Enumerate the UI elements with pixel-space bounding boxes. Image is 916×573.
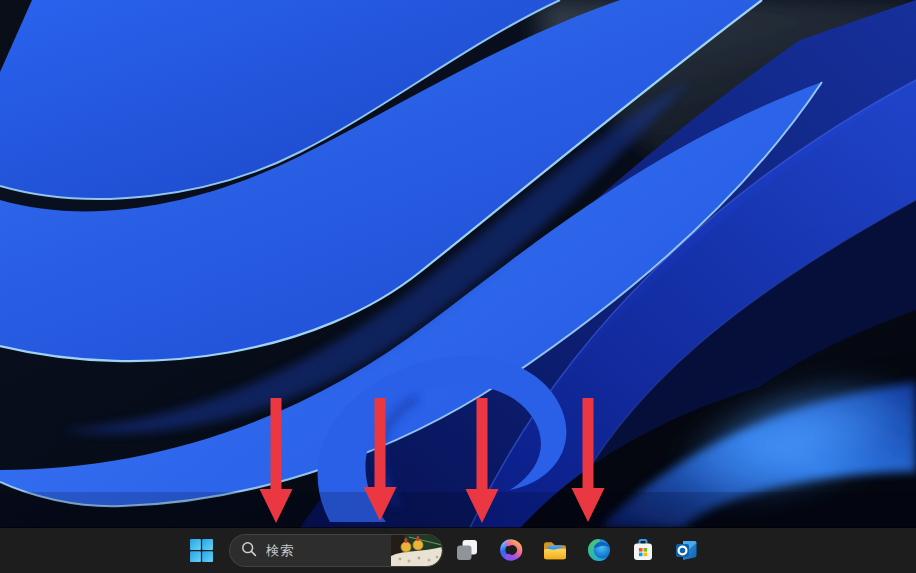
windows-start-icon (189, 538, 214, 563)
store-button[interactable] (623, 530, 663, 570)
file-explorer-button[interactable] (535, 530, 575, 570)
edge-button[interactable] (579, 530, 619, 570)
search-highlights-image[interactable] (391, 534, 442, 567)
edge-icon (586, 537, 612, 563)
store-icon (630, 537, 656, 563)
outlook-button[interactable] (667, 530, 707, 570)
outlook-icon (674, 537, 700, 563)
desktop-wallpaper (0, 0, 916, 528)
search-icon (241, 541, 257, 561)
desktop-screen: 検索 (0, 0, 916, 573)
search-box[interactable]: 検索 (229, 534, 443, 567)
task-view-button[interactable] (447, 530, 487, 570)
copilot-button[interactable] (491, 530, 531, 570)
taskbar: 検索 (0, 528, 916, 573)
file-explorer-icon (542, 537, 568, 563)
search-placeholder: 検索 (266, 542, 391, 560)
task-view-icon (454, 537, 480, 563)
copilot-icon (498, 537, 524, 563)
start-button[interactable] (181, 530, 221, 570)
